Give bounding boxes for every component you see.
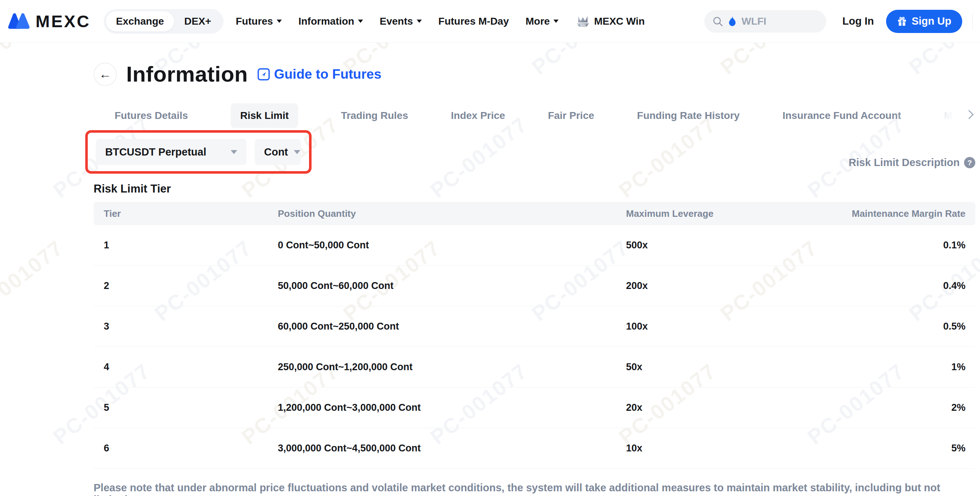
brand-wordmark: MEXC <box>35 11 91 31</box>
page-title-row: ← Information Guide to Futures <box>94 62 975 87</box>
contract-select-value: BTCUSDT Perpetual <box>105 146 206 158</box>
tabs-row: Futures DetailsRisk LimitTrading RulesIn… <box>94 103 975 129</box>
svg-text:WIN: WIN <box>580 23 586 27</box>
back-button[interactable]: ← <box>94 63 117 86</box>
cell-maximum-leverage: 20x <box>626 402 810 413</box>
search-input[interactable]: WLFI <box>704 10 826 33</box>
tab-funding-rate-history[interactable]: Funding Rate History <box>637 103 740 128</box>
nav-item-label: Events <box>380 16 413 27</box>
risk-limit-description-link[interactable]: Risk Limit Description ? <box>849 157 975 169</box>
chevron-down-icon <box>294 150 300 154</box>
table-row: 10 Cont~50,000 Cont500x0.1% <box>94 225 975 266</box>
table-row: 51,200,000 Cont~3,000,000 Cont20x2% <box>94 388 975 428</box>
signup-label: Sign Up <box>912 15 951 27</box>
guide-link-label: Guide to Futures <box>274 67 381 82</box>
cell-maximum-leverage: 100x <box>626 321 810 332</box>
gift-icon <box>897 16 907 27</box>
caret-down-icon <box>358 19 363 23</box>
nav-item-information[interactable]: Information <box>299 16 363 27</box>
caret-down-icon <box>554 19 558 23</box>
cell-maintenance-margin-rate: 0.5% <box>810 321 966 332</box>
risk-limit-table: TierPosition QuantityMaximum LeverageMai… <box>94 202 975 469</box>
top-navbar: MEXC Exchange DEX+ FuturesInformationEve… <box>0 0 980 43</box>
tab-futures-details[interactable]: Futures Details <box>115 103 188 128</box>
cell-position-quantity: 250,000 Cont~1,200,000 Cont <box>278 361 626 373</box>
cell-position-quantity: 0 Cont~50,000 Cont <box>278 240 626 251</box>
page-title: Information <box>126 62 248 87</box>
guide-to-futures-link[interactable]: Guide to Futures <box>257 67 381 82</box>
nav-item-label: Information <box>299 16 354 27</box>
cell-maintenance-margin-rate: 0.1% <box>810 240 966 251</box>
help-question-icon[interactable]: ? <box>964 157 975 168</box>
contract-select[interactable]: BTCUSDT Perpetual <box>96 139 247 165</box>
table-row: 4250,000 Cont~1,200,000 Cont50x1% <box>94 347 975 388</box>
mexc-logo-icon <box>8 11 30 32</box>
login-button[interactable]: Log In <box>842 15 874 27</box>
cell-maximum-leverage: 200x <box>626 280 810 291</box>
table-row: 63,000,000 Cont~4,500,000 Cont10x5% <box>94 428 975 469</box>
nav-item-label: More <box>525 16 550 27</box>
tab-fair-price[interactable]: Fair Price <box>548 103 595 128</box>
cell-tier: 1 <box>104 240 278 251</box>
cell-position-quantity: 60,000 Cont~250,000 Cont <box>278 321 626 332</box>
mexc-win-badge-icon: WIN <box>575 14 590 29</box>
nav-item-events[interactable]: Events <box>380 16 422 27</box>
chevron-down-icon <box>231 150 237 154</box>
nav-item-label: MEXC Win <box>594 16 645 27</box>
table-header-row: TierPosition QuantityMaximum LeverageMai… <box>94 202 975 225</box>
nav-item-futures-m-day[interactable]: Futures M-Day <box>439 16 509 27</box>
cell-tier: 5 <box>104 402 278 413</box>
nav-item-mexc-win[interactable]: WINMEXC Win <box>575 14 645 29</box>
cell-maintenance-margin-rate: 0.4% <box>810 280 966 291</box>
cell-maintenance-margin-rate: 1% <box>810 361 966 373</box>
cell-position-quantity: 1,200,000 Cont~3,000,000 Cont <box>278 402 626 413</box>
table-body: 10 Cont~50,000 Cont500x0.1%250,000 Cont~… <box>94 225 975 469</box>
toggle-dex[interactable]: DEX+ <box>174 11 221 32</box>
tab-index-price[interactable]: Index Price <box>451 103 505 128</box>
search-placeholder: WLFI <box>741 16 766 27</box>
search-icon <box>712 16 723 27</box>
caret-down-icon <box>277 19 282 23</box>
cell-tier: 2 <box>104 280 278 291</box>
tab-trading-rules[interactable]: Trading Rules <box>341 103 408 128</box>
information-page: ← Information Guide to Futures Futures D… <box>0 62 980 496</box>
header-divider <box>972 13 973 29</box>
nav-item-more[interactable]: More <box>525 16 558 27</box>
table-row: 250,000 Cont~60,000 Cont200x0.4% <box>94 266 975 306</box>
cell-position-quantity: 3,000,000 Cont~4,500,000 Cont <box>278 443 626 454</box>
nav-item-label: Futures <box>236 16 273 27</box>
unit-select[interactable]: Cont <box>255 139 301 165</box>
tabs: Futures DetailsRisk LimitTrading RulesIn… <box>115 103 950 129</box>
column-header-position-quantity: Position Quantity <box>278 208 626 219</box>
cell-maximum-leverage: 10x <box>626 443 810 454</box>
signup-button[interactable]: Sign Up <box>886 10 962 33</box>
selector-row: BTCUSDT Perpetual Cont Risk Limit Descri… <box>94 130 975 174</box>
red-annotation-box: BTCUSDT Perpetual Cont <box>85 130 312 174</box>
cell-position-quantity: 50,000 Cont~60,000 Cont <box>278 280 626 291</box>
column-header-maintenance-margin-rate: Maintenance Margin Rate <box>810 208 966 219</box>
unit-select-value: Cont <box>264 146 288 158</box>
cell-maintenance-margin-rate: 2% <box>810 402 966 413</box>
nav-item-label: Futures M-Day <box>439 16 509 27</box>
cell-tier: 6 <box>104 443 278 454</box>
cell-maximum-leverage: 50x <box>626 361 810 373</box>
cell-maintenance-margin-rate: 5% <box>810 443 966 454</box>
section-title: Risk Limit Tier <box>94 182 975 196</box>
guide-icon <box>257 68 270 81</box>
main-nav: FuturesInformationEventsFutures M-DayMor… <box>236 14 645 29</box>
footnote: Please note that under abnormal price fl… <box>94 482 975 496</box>
risk-limit-description-label: Risk Limit Description <box>849 157 960 169</box>
table-row: 360,000 Cont~250,000 Cont100x0.5% <box>94 306 975 347</box>
cell-tier: 3 <box>104 321 278 332</box>
caret-down-icon <box>417 19 422 23</box>
column-header-maximum-leverage: Maximum Leverage <box>626 208 810 219</box>
nav-item-futures[interactable]: Futures <box>236 16 282 27</box>
tab-insurance-fund-account[interactable]: Insurance Fund Account <box>782 103 901 128</box>
mexc-logo[interactable]: MEXC <box>8 11 91 32</box>
cell-tier: 4 <box>104 361 278 373</box>
cell-maximum-leverage: 500x <box>626 240 810 251</box>
tab-risk-limit[interactable]: Risk Limit <box>231 103 298 128</box>
market-toggle: Exchange DEX+ <box>104 9 223 34</box>
toggle-exchange[interactable]: Exchange <box>106 11 174 32</box>
column-header-tier: Tier <box>104 208 278 219</box>
